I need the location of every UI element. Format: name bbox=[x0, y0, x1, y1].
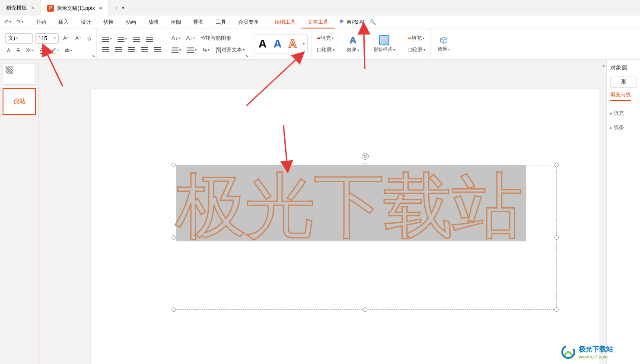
superscript-button[interactable]: X²▾ bbox=[24, 47, 35, 54]
decrease-font-icon: A⁻ bbox=[75, 35, 81, 41]
panel-tab-shape[interactable]: 形 bbox=[610, 76, 637, 88]
watermark-name: 极光下载站 bbox=[579, 345, 613, 354]
section-fill[interactable]: 填充 bbox=[610, 106, 637, 120]
add-tab-button[interactable]: ＋ ▾ bbox=[108, 4, 130, 12]
menu-transition[interactable]: 切换 bbox=[97, 16, 120, 28]
bullets-button[interactable]: ▾ bbox=[100, 35, 113, 43]
outline-icon: ▢ bbox=[317, 47, 322, 53]
clear-format-button[interactable]: ◇ bbox=[86, 35, 93, 42]
vertical-scrollbar[interactable] bbox=[599, 60, 606, 364]
undo-button[interactable]: ↶▾ bbox=[2, 19, 14, 25]
chevron-down-icon: ▾ bbox=[44, 48, 46, 52]
menu-tools[interactable]: 工具 bbox=[210, 16, 232, 28]
menu-insert[interactable]: 插入 bbox=[52, 16, 75, 28]
resize-handle-br[interactable] bbox=[554, 307, 559, 312]
font-size-select[interactable]: 115▾ bbox=[35, 33, 59, 44]
menu-member[interactable]: 会员专享 bbox=[232, 16, 265, 28]
align-left-button[interactable] bbox=[100, 45, 111, 53]
chevron-down-icon: ▾ bbox=[357, 48, 359, 52]
font-dialog-launcher[interactable]: ⬊ bbox=[92, 54, 96, 58]
tab-presentation[interactable]: P 演示文稿(1).pptx bbox=[41, 0, 108, 16]
resize-handle-tr[interactable] bbox=[554, 163, 559, 167]
menu-drawing-tools[interactable]: 绘图工具 bbox=[269, 16, 302, 28]
menu-review[interactable]: 审阅 bbox=[165, 16, 187, 28]
slide-thumbnail-1[interactable] bbox=[3, 63, 36, 85]
wps-ai-button[interactable]: WPS AI bbox=[339, 19, 364, 25]
align-text-button[interactable]: [¶]对齐文本▾ bbox=[214, 45, 246, 54]
strikethrough-button[interactable]: S bbox=[15, 47, 22, 54]
watermark-url: www.xz7.com bbox=[579, 354, 613, 359]
underline-a-button[interactable]: A bbox=[5, 47, 12, 54]
chevron-down-icon: ▾ bbox=[208, 48, 210, 52]
align-justify-button[interactable] bbox=[139, 45, 150, 53]
shape-fill-button[interactable]: ▰填充▾ bbox=[406, 34, 426, 43]
slide-thumbnail-2[interactable]: 伐站 bbox=[3, 88, 36, 115]
line-spacing-icon bbox=[172, 47, 178, 53]
shape-outline-icon: ▢ bbox=[408, 47, 412, 53]
chevron-down-icon[interactable]: ▾ bbox=[10, 20, 11, 24]
preset-more-button[interactable]: ▾ bbox=[301, 42, 306, 46]
eraser-icon: ◇ bbox=[87, 35, 91, 41]
resize-handle-bm[interactable] bbox=[363, 307, 367, 312]
align-distribute-button[interactable] bbox=[152, 45, 162, 53]
align-right-button[interactable] bbox=[126, 45, 137, 53]
text-direction-button[interactable]: A↓▾ bbox=[170, 34, 182, 42]
redo-icon: ↷ bbox=[16, 19, 21, 25]
menu-slideshow[interactable]: 放映 bbox=[142, 16, 165, 28]
align-center-button[interactable] bbox=[113, 45, 124, 53]
highlight-icon: ✐ bbox=[52, 47, 56, 54]
slide-editor[interactable]: 极光下载站 − ✎ ◢ ▭ ✕ ⋯ bbox=[91, 89, 606, 364]
font-family-select[interactable]: 文)▾ bbox=[5, 33, 33, 44]
display-text[interactable]: 极光下载站 bbox=[175, 159, 521, 255]
thumbnail-text: 伐站 bbox=[13, 98, 25, 105]
text-fill-button[interactable]: ▰填充▾ bbox=[315, 34, 335, 43]
numbering-button[interactable]: ▾ bbox=[116, 35, 129, 43]
shape-style-button[interactable]: 形状样式▾ bbox=[370, 33, 398, 54]
chevron-down-icon: ▾ bbox=[110, 37, 111, 41]
close-icon[interactable]: × bbox=[31, 4, 35, 11]
redo-button[interactable]: ↷▾ bbox=[14, 19, 26, 25]
shape-style-label: 形状样式 bbox=[373, 47, 392, 52]
selected-textbox[interactable]: 极光下载站 bbox=[174, 165, 557, 310]
menu-view[interactable]: 视图 bbox=[187, 16, 210, 28]
preset-blue[interactable]: A bbox=[270, 35, 285, 52]
tabs-button[interactable]: ↹▾ bbox=[201, 46, 211, 54]
chevron-down-icon: ▾ bbox=[32, 48, 34, 52]
text-effects-button[interactable]: A 效果▾ bbox=[344, 33, 363, 55]
chevron-down-icon: ▾ bbox=[193, 36, 195, 40]
text-outline-button[interactable]: ▢轮廓▾ bbox=[315, 45, 336, 54]
line-spacing2-button[interactable]: ▾ bbox=[185, 46, 198, 54]
smart-graphic-button[interactable]: ⟲转智能图形 bbox=[199, 34, 233, 43]
section-line[interactable]: 线条 bbox=[610, 120, 637, 135]
resize-handle-bl[interactable] bbox=[172, 307, 176, 312]
shape-outline-button[interactable]: ▢轮廓▾ bbox=[406, 45, 427, 54]
search-button[interactable]: 🔍 bbox=[369, 19, 376, 25]
increase-indent-button[interactable] bbox=[144, 35, 155, 43]
paragraph-dialog-launcher[interactable]: ⬊ bbox=[245, 54, 249, 58]
sort-button[interactable]: A↓▾ bbox=[185, 34, 197, 42]
chevron-down-icon: ▾ bbox=[332, 36, 334, 40]
highlight-button[interactable]: ✐▾ bbox=[50, 46, 60, 55]
superscript-icon: X² bbox=[26, 47, 31, 54]
menu-start[interactable]: 开始 bbox=[30, 16, 52, 28]
font-color-button[interactable]: A▾ bbox=[38, 46, 48, 55]
pinyin-button[interactable]: ab▾ bbox=[63, 47, 74, 54]
menu-animation[interactable]: 动画 bbox=[120, 16, 142, 28]
tab-template[interactable]: 稻壳模板 × bbox=[0, 0, 41, 16]
chevron-down-icon[interactable]: ▾ bbox=[122, 5, 124, 11]
menu-text-tools[interactable]: 文本工具 bbox=[302, 16, 334, 28]
preset-black[interactable]: A bbox=[255, 35, 270, 52]
increase-font-button[interactable]: A⁺ bbox=[61, 35, 71, 42]
pinyin-icon: ab bbox=[65, 48, 70, 53]
chevron-down-icon: ▾ bbox=[179, 48, 181, 52]
decrease-font-button[interactable]: A⁻ bbox=[73, 35, 83, 42]
line-spacing-button[interactable]: ▾ bbox=[170, 46, 183, 54]
menu-design[interactable]: 设计 bbox=[75, 16, 97, 28]
shape-effects-button[interactable]: 效果▾ bbox=[434, 34, 453, 54]
chevron-down-icon[interactable]: ▾ bbox=[22, 20, 23, 24]
decrease-indent-button[interactable] bbox=[131, 35, 142, 43]
scrollbar-thumb[interactable] bbox=[602, 65, 605, 67]
resize-handle-mr[interactable] bbox=[554, 235, 559, 240]
preset-outline-orange[interactable]: A bbox=[285, 35, 300, 52]
panel-subtab-fill-line[interactable]: 填充与线 bbox=[610, 91, 631, 101]
